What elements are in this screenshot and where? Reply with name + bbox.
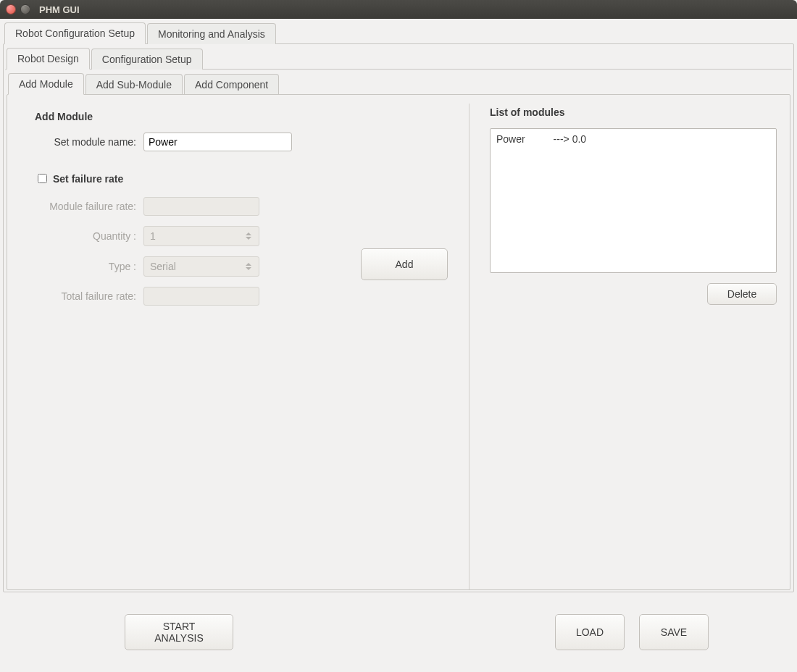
tab-add-component[interactable]: Add Component (184, 74, 279, 95)
set-failure-rate-label: Set failure rate (53, 173, 123, 185)
tab-add-module[interactable]: Add Module (8, 73, 84, 95)
row-module-failure: Module failure rate: (35, 197, 469, 216)
modules-listbox[interactable]: Power ---> 0.0 (490, 128, 777, 273)
app-shell: Robot Configuration Setup Monitoring and… (0, 19, 797, 672)
load-button[interactable]: LOAD (555, 614, 625, 650)
module-failure-input (143, 197, 259, 216)
start-analysis-button[interactable]: START ANALYSIS (125, 614, 233, 650)
combo-arrows-icon (246, 259, 256, 274)
type-select: Serial (143, 256, 259, 277)
window-title: PHM GUI (39, 4, 80, 15)
quantity-value: 1 (150, 230, 156, 242)
row-set-failure-rate: Set failure rate (35, 172, 469, 185)
quantity-spinner: 1 (143, 226, 259, 246)
row-quantity: Quantity : 1 (35, 226, 469, 246)
modules-actions: Delete (490, 283, 777, 305)
delete-button[interactable]: Delete (707, 283, 777, 305)
total-failure-input (143, 287, 259, 306)
list-item[interactable]: Power ---> 0.0 (496, 133, 770, 145)
top-tab-body: Robot Design Configuration Setup Add Mod… (3, 43, 794, 592)
row-module-name: Set module name: (35, 133, 469, 151)
modules-column: List of modules Power ---> 0.0 Delete (470, 104, 777, 589)
modules-heading: List of modules (490, 106, 777, 118)
type-label: Type : (35, 261, 136, 272)
module-failure-label: Module failure rate: (35, 201, 136, 212)
module-name-input[interactable] (143, 133, 292, 151)
type-value: Serial (150, 261, 176, 272)
module-name-label: Set module name: (35, 136, 136, 148)
chevron-up-icon (246, 232, 251, 235)
form-column: Add Module Set module name: Set failure … (20, 104, 470, 589)
window-minimize-icon[interactable] (20, 4, 30, 14)
tab-robot-design[interactable]: Robot Design (7, 48, 90, 70)
chevron-down-icon (246, 237, 251, 240)
add-button[interactable]: Add (361, 248, 448, 280)
window-close-icon[interactable] (6, 4, 16, 14)
quantity-label: Quantity : (35, 230, 136, 242)
tab-robot-configuration-setup[interactable]: Robot Configuration Setup (4, 22, 146, 44)
row-total-failure: Total failure rate: (35, 287, 469, 306)
tabs-mid: Robot Design Configuration Setup (4, 44, 793, 69)
form-heading: Add Module (35, 111, 469, 122)
chevron-up-icon (246, 263, 251, 266)
save-button[interactable]: SAVE (639, 614, 709, 650)
chevron-down-icon (246, 267, 251, 270)
spinner-arrows-icon (246, 228, 256, 244)
content-area: Add Module Set module name: Set failure … (7, 95, 790, 589)
total-failure-label: Total failure rate: (35, 290, 136, 302)
set-failure-rate-checkbox[interactable] (38, 174, 47, 183)
tab-monitoring-and-analysis[interactable]: Monitoring and Analysis (147, 23, 276, 44)
tab-add-sub-module[interactable]: Add Sub-Module (85, 74, 183, 95)
mid-tab-body: Add Module Add Sub-Module Add Component … (5, 69, 792, 592)
footer: START ANALYSIS LOAD SAVE (0, 592, 797, 672)
tab-configuration-setup[interactable]: Configuration Setup (91, 49, 203, 70)
inner-tab-body: Add Module Set module name: Set failure … (7, 94, 790, 590)
tabs-inner: Add Module Add Sub-Module Add Component (5, 70, 792, 94)
tabs-top: Robot Configuration Setup Monitoring and… (0, 19, 797, 43)
titlebar: PHM GUI (0, 0, 797, 19)
